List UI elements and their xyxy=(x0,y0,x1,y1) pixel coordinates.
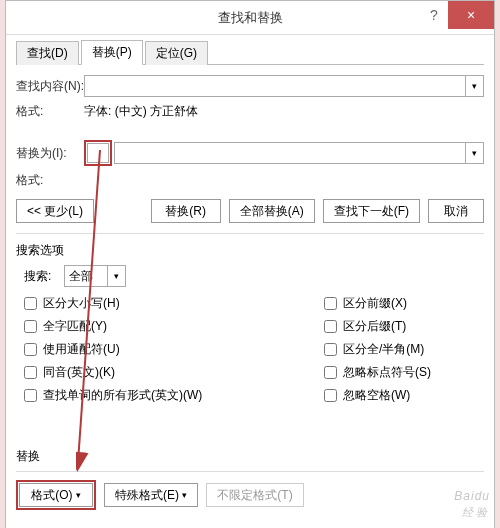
search-scope-dropdown[interactable]: ▾ xyxy=(108,265,126,287)
replace-with-input[interactable] xyxy=(114,142,466,164)
checkbox[interactable] xyxy=(24,389,37,402)
check-label: 忽略空格(W) xyxy=(343,387,410,404)
replace-format-label: 格式: xyxy=(16,172,84,189)
close-button[interactable]: × xyxy=(448,1,494,29)
check-whole-word[interactable]: 全字匹配(Y) xyxy=(24,318,324,335)
check-label: 区分大小写(H) xyxy=(43,295,120,312)
less-button[interactable]: << 更少(L) xyxy=(16,199,94,223)
replace-with-dropdown[interactable]: ▾ xyxy=(466,142,484,164)
tab-replace[interactable]: 替换(P) xyxy=(81,40,143,65)
check-ignore-space[interactable]: 忽略空格(W) xyxy=(324,387,484,404)
checkbox[interactable] xyxy=(324,366,337,379)
replace-all-button[interactable]: 全部替换(A) xyxy=(229,199,315,223)
checkbox[interactable] xyxy=(24,366,37,379)
no-format-button[interactable]: 不限定格式(T) xyxy=(206,483,303,507)
check-sounds-like[interactable]: 同音(英文)(K) xyxy=(24,364,324,381)
check-label: 使用通配符(U) xyxy=(43,341,120,358)
check-label: 区分前缀(X) xyxy=(343,295,407,312)
chevron-down-icon: ▾ xyxy=(472,148,477,158)
check-label: 查找单词的所有形式(英文)(W) xyxy=(43,387,202,404)
replace-section-heading: 替换 xyxy=(16,448,484,465)
find-format-label: 格式: xyxy=(16,103,84,120)
tab-goto[interactable]: 定位(G) xyxy=(145,41,208,65)
check-match-case[interactable]: 区分大小写(H) xyxy=(24,295,324,312)
search-scope-label: 搜索: xyxy=(24,268,64,285)
check-wildcards[interactable]: 使用通配符(U) xyxy=(24,341,324,358)
search-options-heading: 搜索选项 xyxy=(16,242,484,259)
find-content-label: 查找内容(N): xyxy=(16,78,84,95)
checkbox[interactable] xyxy=(324,320,337,333)
checkbox[interactable] xyxy=(24,297,37,310)
check-label: 全字匹配(Y) xyxy=(43,318,107,335)
find-next-button[interactable]: 查找下一处(F) xyxy=(323,199,420,223)
tab-find[interactable]: 查找(D) xyxy=(16,41,79,65)
checkbox[interactable] xyxy=(24,320,37,333)
search-scope-select[interactable] xyxy=(64,265,108,287)
special-format-button[interactable]: 特殊格式(E) ▾ xyxy=(104,483,198,507)
checkbox[interactable] xyxy=(324,343,337,356)
check-label: 同音(英文)(K) xyxy=(43,364,115,381)
help-button[interactable]: ? xyxy=(416,1,452,29)
chevron-down-icon: ▾ xyxy=(182,490,187,500)
chevron-down-icon: ▾ xyxy=(76,490,81,500)
find-content-dropdown[interactable]: ▾ xyxy=(466,75,484,97)
find-content-input[interactable] xyxy=(84,75,466,97)
replace-with-label: 替换为(I): xyxy=(16,145,84,162)
format-button-highlight: 格式(O) ▾ xyxy=(16,480,96,510)
check-full-half-width[interactable]: 区分全/半角(M) xyxy=(324,341,484,358)
chevron-down-icon: ▾ xyxy=(472,81,477,91)
cancel-button[interactable]: 取消 xyxy=(428,199,484,223)
format-button[interactable]: 格式(O) ▾ xyxy=(19,483,93,507)
checkbox[interactable] xyxy=(324,389,337,402)
replace-with-input-hl[interactable] xyxy=(87,143,109,163)
replace-button[interactable]: 替换(R) xyxy=(151,199,221,223)
checkbox[interactable] xyxy=(324,297,337,310)
check-match-prefix[interactable]: 区分前缀(X) xyxy=(324,295,484,312)
check-match-suffix[interactable]: 区分后缀(T) xyxy=(324,318,484,335)
check-label: 忽略标点符号(S) xyxy=(343,364,431,381)
check-label: 区分后缀(T) xyxy=(343,318,406,335)
replace-input-highlight xyxy=(84,140,112,166)
check-ignore-punct[interactable]: 忽略标点符号(S) xyxy=(324,364,484,381)
check-label: 区分全/半角(M) xyxy=(343,341,424,358)
chevron-down-icon: ▾ xyxy=(114,271,119,281)
find-format-value: 字体: (中文) 方正舒体 xyxy=(84,103,198,120)
dialog-title: 查找和替换 xyxy=(218,9,283,27)
check-all-word-forms[interactable]: 查找单词的所有形式(英文)(W) xyxy=(24,387,324,404)
checkbox[interactable] xyxy=(24,343,37,356)
